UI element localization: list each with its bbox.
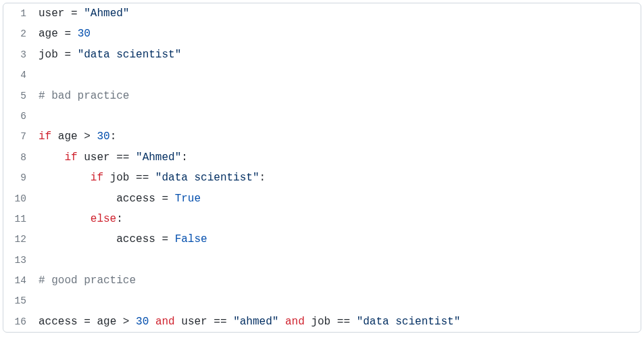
code-line: 13 xyxy=(3,250,641,270)
code-line: 11 else: xyxy=(3,209,641,229)
code-line: 6 xyxy=(3,106,641,126)
code-token: = xyxy=(162,193,168,205)
code-content: user = "Ahmed" xyxy=(39,3,641,24)
code-token xyxy=(51,130,58,143)
code-token xyxy=(305,316,312,328)
code-token: True xyxy=(175,193,201,205)
code-content xyxy=(39,250,641,270)
code-token xyxy=(78,7,84,20)
code-token: 30 xyxy=(136,316,149,328)
code-token xyxy=(155,233,162,245)
line-number: 1 xyxy=(3,5,39,24)
code-token xyxy=(91,130,97,143)
code-line: 9 if job == "data scientist": xyxy=(3,168,641,188)
code-token xyxy=(350,316,357,328)
code-content: # bad practice xyxy=(39,86,641,106)
code-token: # good practice xyxy=(39,274,136,287)
code-content: else: xyxy=(39,209,641,229)
code-token xyxy=(155,193,162,205)
code-line: 8 if user == "Ahmed": xyxy=(3,147,641,168)
code-token: access xyxy=(39,316,78,328)
code-token: : xyxy=(259,172,266,184)
code-token: # bad practice xyxy=(39,90,129,102)
code-token: == xyxy=(136,172,149,184)
code-token: : xyxy=(181,151,188,164)
code-token xyxy=(39,151,64,164)
code-token xyxy=(116,316,123,328)
code-token: and xyxy=(285,316,305,328)
code-token: == xyxy=(214,316,226,328)
code-content: access = True xyxy=(39,189,641,209)
code-token: == xyxy=(116,151,129,164)
code-token xyxy=(103,172,110,184)
code-token xyxy=(39,172,91,184)
code-content: access = age > 30 and user == "ahmed" an… xyxy=(39,312,641,332)
code-line: 1user = "Ahmed" xyxy=(3,3,641,24)
code-token xyxy=(78,151,84,164)
code-token xyxy=(129,151,136,164)
code-token: access xyxy=(116,193,155,205)
code-token xyxy=(278,316,285,328)
code-token xyxy=(227,316,234,328)
code-content: age = 30 xyxy=(39,24,641,44)
code-token: = xyxy=(84,316,91,328)
line-number: 13 xyxy=(3,251,39,270)
code-token: else xyxy=(91,213,116,225)
code-token: user xyxy=(181,316,207,328)
code-token: user xyxy=(84,151,109,164)
code-token xyxy=(149,172,155,184)
line-number: 11 xyxy=(3,210,39,229)
code-token xyxy=(39,233,116,245)
code-line: 4 xyxy=(3,65,641,85)
code-token xyxy=(78,316,84,328)
line-number: 5 xyxy=(3,87,39,106)
code-token xyxy=(168,233,175,245)
code-token xyxy=(330,316,337,328)
code-token: : xyxy=(110,130,117,143)
code-token xyxy=(58,49,65,61)
code-token xyxy=(39,213,91,225)
code-token: age xyxy=(97,316,116,328)
line-number: 15 xyxy=(3,292,39,311)
line-number: 8 xyxy=(3,149,39,168)
line-number: 14 xyxy=(3,272,39,291)
code-token: age xyxy=(39,28,58,40)
code-content: if job == "data scientist": xyxy=(39,168,641,188)
code-token: "data scientist" xyxy=(78,49,182,61)
code-token: = xyxy=(71,7,78,20)
line-number: 9 xyxy=(3,169,39,188)
code-token: job xyxy=(39,49,58,61)
line-number: 4 xyxy=(3,66,39,85)
code-token xyxy=(129,316,136,328)
code-token: job xyxy=(110,172,130,184)
code-token xyxy=(175,316,182,328)
code-line: 2age = 30 xyxy=(3,24,641,44)
code-token: "data scientist" xyxy=(357,316,461,328)
code-token xyxy=(110,151,117,164)
code-token xyxy=(129,172,136,184)
line-number: 7 xyxy=(3,128,39,147)
code-token: "data scientist" xyxy=(155,172,259,184)
code-token: "Ahmed" xyxy=(136,151,181,164)
code-token xyxy=(71,28,78,40)
code-token: if xyxy=(39,130,51,143)
code-token: = xyxy=(162,233,168,245)
code-line: 14# good practice xyxy=(3,270,641,291)
line-number: 16 xyxy=(3,313,39,332)
code-content xyxy=(39,65,641,85)
code-token xyxy=(58,28,65,40)
code-line: 15 xyxy=(3,291,641,311)
code-token: age xyxy=(58,130,78,143)
code-token: "ahmed" xyxy=(233,316,278,328)
code-token xyxy=(149,316,155,328)
code-token xyxy=(64,7,71,20)
line-number: 12 xyxy=(3,231,39,249)
line-number: 6 xyxy=(3,107,39,126)
line-number: 10 xyxy=(3,190,39,209)
code-token: user xyxy=(39,7,64,20)
code-line: 16access = age > 30 and user == "ahmed" … xyxy=(3,312,641,332)
code-token: if xyxy=(64,151,77,164)
code-token xyxy=(207,316,214,328)
code-token: = xyxy=(64,49,71,61)
code-token: 30 xyxy=(78,28,91,40)
